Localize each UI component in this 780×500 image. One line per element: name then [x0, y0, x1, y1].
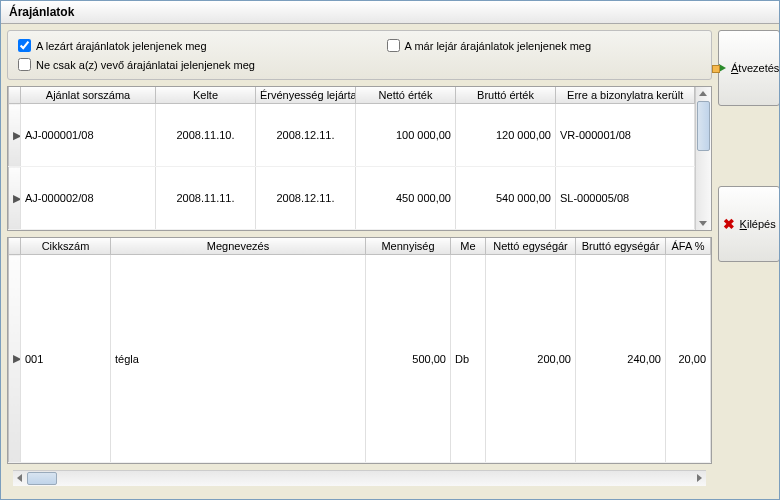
cell-netunit: 200,00 [486, 255, 576, 463]
offers-col-date[interactable]: Kelte [156, 87, 256, 104]
exit-button[interactable]: ✖ Kilépés [718, 186, 780, 262]
items-corner [9, 238, 21, 255]
not-only-customer-input[interactable] [18, 58, 31, 71]
expired-offers-checkbox[interactable]: A már lejár árajánlatok jelenjenek meg [387, 39, 592, 52]
scroll-thumb[interactable] [697, 101, 710, 151]
expired-offers-input[interactable] [387, 39, 400, 52]
row-indicator-icon: ▶ [9, 104, 21, 167]
table-row[interactable]: ▶ 001 tégla 500,00 Db 200,00 240,00 20,0… [9, 255, 711, 463]
items-col-vat[interactable]: ÁFA % [666, 238, 711, 255]
window-title: Árajánlatok [1, 1, 779, 24]
offers-col-expiry[interactable]: Érvényesség lejárta [256, 87, 356, 104]
items-col-qty[interactable]: Mennyiség [366, 238, 451, 255]
cell-net: 100 000,00 [356, 104, 456, 167]
exit-button-label: Kilépés [740, 218, 776, 230]
cell-vat: 20,00 [666, 255, 711, 463]
offers-grid[interactable]: Ajánlat sorszáma Kelte Érvényesség lejár… [7, 86, 712, 231]
closed-offers-input[interactable] [18, 39, 31, 52]
offers-col-id[interactable]: Ajánlat sorszáma [21, 87, 156, 104]
cell-id: AJ-000001/08 [21, 104, 156, 167]
cell-doc: SL-000005/08 [556, 167, 695, 230]
closed-offers-label: A lezárt árajánlatok jelenjenek meg [36, 40, 207, 52]
offers-col-doc[interactable]: Erre a bizonylatra került [556, 87, 695, 104]
items-grid[interactable]: Cikkszám Megnevezés Mennyiség Me Nettó e… [7, 237, 712, 464]
transfer-button[interactable]: Átvezetés [718, 30, 780, 106]
table-row[interactable]: ▶ AJ-000001/08 2008.11.10. 2008.12.11. 1… [9, 104, 695, 167]
items-col-name[interactable]: Megnevezés [111, 238, 366, 255]
close-icon: ✖ [723, 216, 735, 232]
cell-date: 2008.11.11. [156, 167, 256, 230]
cell-unit: Db [451, 255, 486, 463]
cell-expiry: 2008.12.11. [256, 167, 356, 230]
scroll-thumb[interactable] [27, 472, 57, 485]
cell-expiry: 2008.12.11. [256, 104, 356, 167]
not-only-customer-checkbox[interactable]: Ne csak a(z) vevő árajánlatai jelenjenek… [18, 58, 255, 71]
cell-name: tégla [111, 255, 366, 463]
filter-panel: A lezárt árajánlatok jelenjenek meg A má… [7, 30, 712, 80]
cell-qty: 500,00 [366, 255, 451, 463]
offers-col-gross[interactable]: Bruttó érték [456, 87, 556, 104]
cell-date: 2008.11.10. [156, 104, 256, 167]
cell-grossunit: 240,00 [576, 255, 666, 463]
items-col-code[interactable]: Cikkszám [21, 238, 111, 255]
offers-corner [9, 87, 21, 104]
closed-offers-checkbox[interactable]: A lezárt árajánlatok jelenjenek meg [18, 39, 207, 52]
items-col-netunit[interactable]: Nettó egységár [486, 238, 576, 255]
transfer-button-label: Átvezetés [731, 62, 779, 74]
offers-vertical-scrollbar[interactable] [695, 87, 711, 230]
row-indicator-icon: ▶ [9, 255, 21, 463]
cell-code: 001 [21, 255, 111, 463]
horizontal-scrollbar[interactable] [13, 470, 706, 486]
cell-gross: 540 000,00 [456, 167, 556, 230]
row-indicator-icon: ▶ [9, 167, 21, 230]
cell-net: 450 000,00 [356, 167, 456, 230]
offers-col-net[interactable]: Nettó érték [356, 87, 456, 104]
transfer-icon [719, 64, 726, 72]
expired-offers-label: A már lejár árajánlatok jelenjenek meg [405, 40, 592, 52]
cell-id: AJ-000002/08 [21, 167, 156, 230]
items-col-unit[interactable]: Me [451, 238, 486, 255]
not-only-customer-label: Ne csak a(z) vevő árajánlatai jelenjenek… [36, 59, 255, 71]
items-col-grossunit[interactable]: Bruttó egységár [576, 238, 666, 255]
cell-doc: VR-000001/08 [556, 104, 695, 167]
cell-gross: 120 000,00 [456, 104, 556, 167]
table-row[interactable]: ▶ AJ-000002/08 2008.11.11. 2008.12.11. 4… [9, 167, 695, 230]
